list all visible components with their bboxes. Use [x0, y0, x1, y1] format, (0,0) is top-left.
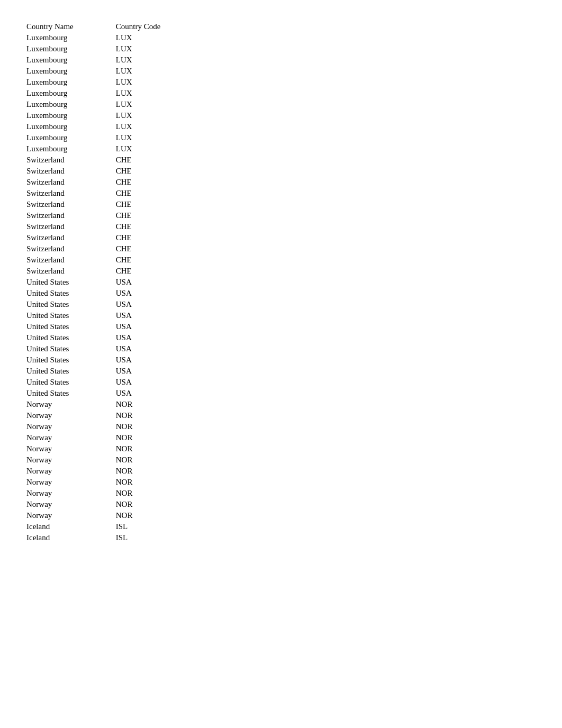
- table-row: United StatesUSA: [26, 277, 203, 288]
- table-row: NorwayNOR: [26, 510, 203, 521]
- header-country-name: Country Name: [26, 21, 116, 32]
- country-code-cell: LUX: [116, 32, 203, 43]
- country-code-cell: USA: [116, 343, 203, 354]
- table-row: LuxembourgLUX: [26, 143, 203, 154]
- table-row: United StatesUSA: [26, 299, 203, 310]
- country-code-cell: NOR: [116, 410, 203, 421]
- country-code-cell: LUX: [116, 54, 203, 66]
- country-name-cell: Switzerland: [26, 243, 116, 254]
- country-code-cell: USA: [116, 354, 203, 366]
- country-code-cell: USA: [116, 388, 203, 399]
- table-row: NorwayNOR: [26, 488, 203, 499]
- country-name-cell: United States: [26, 343, 116, 354]
- table-row: IcelandISL: [26, 532, 203, 543]
- country-code-cell: NOR: [116, 443, 203, 454]
- country-code-cell: CHE: [116, 243, 203, 254]
- table-row: LuxembourgLUX: [26, 110, 203, 121]
- table-row: SwitzerlandCHE: [26, 154, 203, 166]
- main-container: Country Name Country Code LuxembourgLUXL…: [0, 0, 562, 565]
- country-code-cell: USA: [116, 366, 203, 377]
- table-row: United StatesUSA: [26, 343, 203, 354]
- country-name-cell: United States: [26, 288, 116, 299]
- country-name-cell: Norway: [26, 466, 116, 477]
- country-name-cell: Switzerland: [26, 266, 116, 277]
- country-code-cell: CHE: [116, 254, 203, 266]
- table-row: United StatesUSA: [26, 288, 203, 299]
- country-name-cell: Norway: [26, 410, 116, 421]
- country-name-cell: United States: [26, 388, 116, 399]
- country-name-cell: Iceland: [26, 521, 116, 532]
- country-name-cell: Norway: [26, 488, 116, 499]
- country-name-cell: United States: [26, 332, 116, 343]
- table-header-row: Country Name Country Code: [26, 21, 203, 32]
- table-row: IcelandISL: [26, 521, 203, 532]
- country-code-cell: USA: [116, 288, 203, 299]
- country-code-cell: LUX: [116, 77, 203, 88]
- country-name-cell: Luxembourg: [26, 121, 116, 132]
- country-name-cell: United States: [26, 366, 116, 377]
- table-row: NorwayNOR: [26, 443, 203, 454]
- country-code-cell: USA: [116, 321, 203, 332]
- table-row: NorwayNOR: [26, 499, 203, 510]
- country-code-cell: CHE: [116, 210, 203, 221]
- country-name-cell: Norway: [26, 454, 116, 466]
- table-row: SwitzerlandCHE: [26, 266, 203, 277]
- table-row: SwitzerlandCHE: [26, 177, 203, 188]
- table-row: SwitzerlandCHE: [26, 221, 203, 232]
- country-name-cell: Luxembourg: [26, 43, 116, 54]
- country-code-cell: CHE: [116, 166, 203, 177]
- country-name-cell: United States: [26, 299, 116, 310]
- country-code-cell: CHE: [116, 221, 203, 232]
- country-name-cell: Luxembourg: [26, 77, 116, 88]
- country-code-cell: CHE: [116, 266, 203, 277]
- country-name-cell: Luxembourg: [26, 54, 116, 66]
- country-code-cell: NOR: [116, 454, 203, 466]
- table-row: SwitzerlandCHE: [26, 210, 203, 221]
- country-code-cell: USA: [116, 377, 203, 388]
- country-name-cell: United States: [26, 277, 116, 288]
- country-name-cell: Switzerland: [26, 232, 116, 243]
- table-row: NorwayNOR: [26, 432, 203, 443]
- country-code-cell: USA: [116, 299, 203, 310]
- country-code-cell: NOR: [116, 477, 203, 488]
- country-code-cell: LUX: [116, 43, 203, 54]
- country-code-cell: LUX: [116, 99, 203, 110]
- table-row: SwitzerlandCHE: [26, 188, 203, 199]
- table-row: SwitzerlandCHE: [26, 166, 203, 177]
- table-row: LuxembourgLUX: [26, 99, 203, 110]
- table-row: SwitzerlandCHE: [26, 254, 203, 266]
- country-name-cell: United States: [26, 321, 116, 332]
- country-name-cell: Norway: [26, 510, 116, 521]
- country-code-cell: ISL: [116, 532, 203, 543]
- table-row: LuxembourgLUX: [26, 121, 203, 132]
- country-code-cell: LUX: [116, 66, 203, 77]
- table-row: LuxembourgLUX: [26, 132, 203, 143]
- table-row: NorwayNOR: [26, 421, 203, 432]
- country-name-cell: Switzerland: [26, 210, 116, 221]
- country-code-cell: NOR: [116, 499, 203, 510]
- country-name-cell: Luxembourg: [26, 32, 116, 43]
- table-row: LuxembourgLUX: [26, 88, 203, 99]
- table-row: NorwayNOR: [26, 466, 203, 477]
- country-code-cell: NOR: [116, 510, 203, 521]
- table-row: SwitzerlandCHE: [26, 232, 203, 243]
- country-code-cell: NOR: [116, 466, 203, 477]
- country-code-cell: LUX: [116, 143, 203, 154]
- table-row: NorwayNOR: [26, 410, 203, 421]
- country-code-cell: CHE: [116, 199, 203, 210]
- header-country-code: Country Code: [116, 21, 203, 32]
- country-name-cell: Luxembourg: [26, 143, 116, 154]
- table-row: LuxembourgLUX: [26, 32, 203, 43]
- country-code-cell: NOR: [116, 432, 203, 443]
- table-row: NorwayNOR: [26, 477, 203, 488]
- table-row: LuxembourgLUX: [26, 77, 203, 88]
- country-name-cell: Switzerland: [26, 154, 116, 166]
- country-name-cell: Luxembourg: [26, 110, 116, 121]
- table-row: LuxembourgLUX: [26, 43, 203, 54]
- country-name-cell: Switzerland: [26, 221, 116, 232]
- country-name-cell: United States: [26, 377, 116, 388]
- country-name-cell: United States: [26, 310, 116, 321]
- country-name-cell: Switzerland: [26, 166, 116, 177]
- country-code-cell: CHE: [116, 232, 203, 243]
- table-row: United StatesUSA: [26, 377, 203, 388]
